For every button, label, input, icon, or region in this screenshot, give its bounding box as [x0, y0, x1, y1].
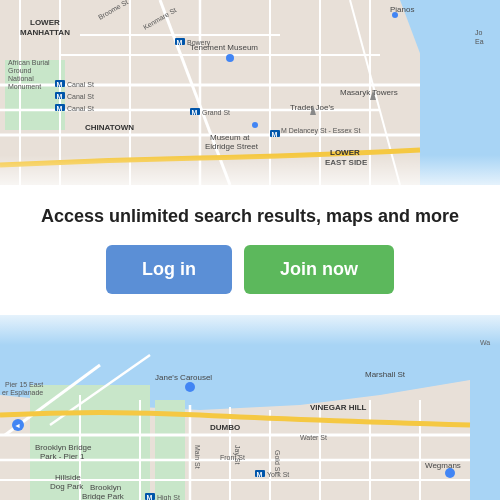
svg-text:VINEGAR HILL: VINEGAR HILL — [310, 403, 367, 412]
svg-text:Brooklyn: Brooklyn — [90, 483, 121, 492]
svg-text:M: M — [57, 93, 63, 100]
svg-text:Jo: Jo — [475, 29, 483, 36]
svg-text:Bowery: Bowery — [187, 39, 211, 47]
svg-text:M: M — [257, 471, 263, 478]
svg-text:M: M — [192, 109, 198, 116]
svg-text:Gold St: Gold St — [274, 450, 281, 473]
svg-text:Pier 15 East: Pier 15 East — [5, 381, 43, 388]
svg-text:Canal St: Canal St — [67, 93, 94, 100]
svg-text:High St: High St — [157, 494, 180, 500]
map-bottom: DUMBO VINEGAR HILL Jane's Carousel Brook… — [0, 315, 500, 500]
middle-section: Access unlimited search results, maps an… — [0, 185, 500, 315]
svg-text:African Burial: African Burial — [8, 59, 50, 66]
svg-text:Masaryk Towers: Masaryk Towers — [340, 88, 398, 97]
svg-text:Ground: Ground — [8, 67, 31, 74]
svg-text:er Esplanade: er Esplanade — [2, 389, 43, 397]
map-top: LOWER MANHATTAN CHINATOWN LOWER EAST SID… — [0, 0, 500, 185]
svg-text:Front St: Front St — [220, 454, 245, 461]
svg-text:M: M — [272, 131, 278, 138]
svg-text:Main St: Main St — [194, 445, 201, 469]
svg-text:Dog Park: Dog Park — [50, 482, 84, 491]
svg-text:Ea: Ea — [475, 38, 484, 45]
svg-point-78 — [185, 382, 195, 392]
svg-text:Bridge Park: Bridge Park — [82, 492, 125, 500]
svg-text:M Delancey St - Essex St: M Delancey St - Essex St — [281, 127, 360, 135]
svg-text:Museum at: Museum at — [210, 133, 250, 142]
svg-text:Canal St: Canal St — [67, 105, 94, 112]
login-button[interactable]: Log in — [106, 245, 232, 294]
svg-text:Brooklyn Bridge: Brooklyn Bridge — [35, 443, 92, 452]
svg-text:Canal St: Canal St — [67, 81, 94, 88]
svg-text:M: M — [147, 494, 153, 500]
join-button[interactable]: Join now — [244, 245, 394, 294]
svg-text:Marshall St: Marshall St — [365, 370, 406, 379]
svg-text:MANHATTAN: MANHATTAN — [20, 28, 70, 37]
svg-text:M: M — [57, 105, 63, 112]
access-text: Access unlimited search results, maps an… — [31, 206, 469, 227]
svg-text:LOWER: LOWER — [30, 18, 60, 27]
svg-point-27 — [226, 54, 234, 62]
svg-point-31 — [252, 122, 258, 128]
svg-text:Trader Joe's: Trader Joe's — [290, 103, 334, 112]
svg-point-53 — [392, 12, 398, 18]
map-bottom-fade — [0, 315, 500, 345]
buttons-row: Log in Join now — [106, 245, 394, 294]
svg-text:M: M — [57, 81, 63, 88]
svg-text:National: National — [8, 75, 34, 82]
svg-text:Wegmans: Wegmans — [425, 461, 461, 470]
svg-text:CHINATOWN: CHINATOWN — [85, 123, 134, 132]
svg-text:Eldridge Street: Eldridge Street — [205, 142, 259, 151]
svg-text:Grand St: Grand St — [202, 109, 230, 116]
svg-text:DUMBO: DUMBO — [210, 423, 240, 432]
svg-text:◄: ◄ — [14, 422, 21, 429]
svg-text:Hillside: Hillside — [55, 473, 81, 482]
svg-text:Park - Pier 1: Park - Pier 1 — [40, 452, 85, 461]
svg-text:Water St: Water St — [300, 434, 327, 441]
svg-text:M: M — [177, 39, 183, 46]
svg-text:Jane's Carousel: Jane's Carousel — [155, 373, 212, 382]
svg-text:Monument: Monument — [8, 83, 41, 90]
map-top-fade — [0, 155, 500, 185]
